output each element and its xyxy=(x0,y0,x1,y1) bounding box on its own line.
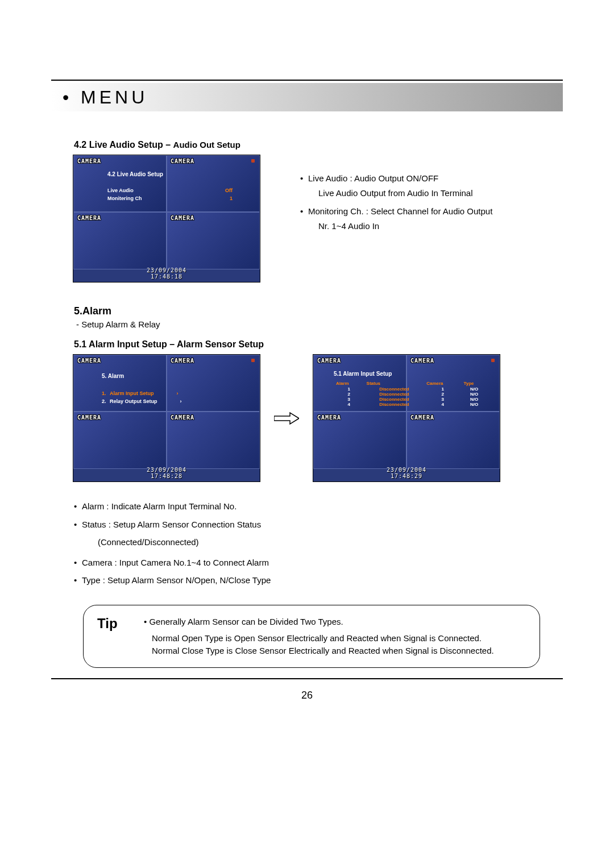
note-text: Nr. 1~4 Audio In xyxy=(318,219,492,233)
heading-4-2-main: 4.2 Live Audio Setup – xyxy=(74,140,173,149)
osd-row-value: 1 xyxy=(230,196,233,201)
note-text: Live Audio : Audio Output ON/OFF xyxy=(308,172,438,185)
heading-4-2-sub: Audio Out Setup xyxy=(173,140,240,149)
osd-row-label: Live Audio xyxy=(107,188,134,193)
osd-timestamp: 23/09/2004 17:48:18 xyxy=(73,267,260,280)
camera-label: CAMERA xyxy=(171,358,194,364)
ts-time: 17:48:18 xyxy=(73,273,260,280)
note-text: Monitoring Ch. : Select Channel for Audi… xyxy=(308,205,492,218)
camera-label: CAMERA xyxy=(77,215,101,221)
screenshot-alarm-menu: CAMERA CAMERA CAMERA CAMERA 5. Alarm 1. … xyxy=(73,354,260,482)
ts-time: 17:48:28 xyxy=(73,473,260,479)
osd-menu-alarm-input: 5.1 Alarm Input Setup Alarm Status Camer… xyxy=(334,371,487,407)
osd-title: 5.1 Alarm Input Setup xyxy=(334,371,487,377)
ts-date: 23/09/2004 xyxy=(73,267,260,273)
osd-timestamp: 23/09/2004 17:48:28 xyxy=(73,467,260,479)
camera-label: CAMERA xyxy=(171,158,194,164)
ts-date: 23/09/2004 xyxy=(73,467,260,473)
desc-text: Status : Setup Alarm Sensor Connection S… xyxy=(82,517,261,532)
camera-label: CAMERA xyxy=(410,414,434,421)
camera-label: CAMERA xyxy=(77,358,101,364)
table-row: 3 Disconnected 3 N/O xyxy=(334,397,487,402)
osd-table: Alarm Status Camera Type 1 Disconnected … xyxy=(334,380,487,407)
page-title-bar: • MENU xyxy=(51,83,563,111)
osd-timestamp: 23/09/2004 17:48:29 xyxy=(313,467,500,479)
desc-text: (Connected/Disconnected) xyxy=(98,535,563,550)
bottom-rule xyxy=(51,678,563,679)
osd-menu-live-audio: 4.2 Live Audio Setup Live Audio Off Moni… xyxy=(107,171,233,203)
col-header: Status xyxy=(364,380,425,387)
notes-4-2: •Live Audio : Audio Output ON/OFF Live A… xyxy=(300,172,492,233)
chevron-right-icon: › xyxy=(177,391,179,396)
desc-5-1: •Alarm : Indicate Alarm Input Terminal N… xyxy=(74,499,563,588)
camera-label: CAMERA xyxy=(171,414,194,421)
col-header: Type xyxy=(461,380,487,387)
osd-title: 5. Alarm xyxy=(102,373,238,379)
osd-item-text: Relay Output Setup xyxy=(110,398,157,404)
col-header: Alarm xyxy=(334,380,364,387)
tip-text: Normal Close Type is Close Sensor Electr… xyxy=(152,645,494,657)
subhead-5: - Setup Alarm & Relay xyxy=(76,319,563,329)
osd-title: 4.2 Live Audio Setup xyxy=(107,171,233,177)
camera-label: CAMERA xyxy=(171,215,194,221)
tip-label: Tip xyxy=(97,616,128,632)
osd-row-value: Off xyxy=(225,188,233,193)
table-row: 4 Disconnected 4 N/O xyxy=(334,402,487,407)
col-header: Camera xyxy=(424,380,461,387)
camera-label: CAMERA xyxy=(77,158,101,164)
tip-text: Normal Open Type is Open Sensor Electric… xyxy=(152,632,494,645)
heading-4-2: 4.2 Live Audio Setup – Audio Out Setup xyxy=(74,140,563,150)
camera-label: CAMERA xyxy=(77,414,101,421)
ts-date: 23/09/2004 xyxy=(313,467,500,473)
desc-text: Type : Setup Alarm Sensor N/Open, N/Clos… xyxy=(82,573,271,588)
osd-row-label: Monitering Ch xyxy=(107,196,142,201)
screenshot-alarm-input: CAMERA CAMERA CAMERA CAMERA 5.1 Alarm In… xyxy=(313,354,500,482)
arrow-right-icon xyxy=(274,410,299,427)
osd-item-text: Alarm Input Setup xyxy=(110,391,154,396)
ts-time: 17:48:29 xyxy=(313,473,500,479)
rec-icon xyxy=(251,159,255,163)
heading-5: 5.Alarm xyxy=(74,305,563,317)
rec-icon xyxy=(251,359,255,362)
camera-label: CAMERA xyxy=(317,358,341,364)
tip-text: Generally Alarm Sensor can be Divided Tw… xyxy=(149,617,343,626)
top-rule xyxy=(51,80,563,81)
note-text: Live Audio Output from Audio In Terminal xyxy=(318,186,492,200)
osd-item-num: 2. xyxy=(102,398,110,404)
screenshot-live-audio: CAMERA CAMERA CAMERA CAMERA 4.2 Live Aud… xyxy=(73,155,260,283)
page-title: • MENU xyxy=(63,87,148,108)
camera-label: CAMERA xyxy=(317,414,341,421)
desc-text: Alarm : Indicate Alarm Input Terminal No… xyxy=(82,499,237,514)
camera-label: CAMERA xyxy=(410,358,434,364)
page-number: 26 xyxy=(51,690,563,701)
desc-text: Camera : Input Camera No.1~4 to Connect … xyxy=(82,555,269,570)
osd-menu-alarm: 5. Alarm 1. Alarm Input Setup › 2. Relay… xyxy=(102,373,238,406)
table-row: 1 Disconnected 1 N/O xyxy=(334,387,487,392)
rec-icon xyxy=(491,359,495,362)
heading-5-1: 5.1 Alarm Input Setup – Alarm Sensor Set… xyxy=(74,339,563,350)
table-row: 2 Disconnected 2 N/O xyxy=(334,392,487,397)
osd-item-num: 1. xyxy=(102,391,110,396)
tip-box: Tip • Generally Alarm Sensor can be Divi… xyxy=(83,605,540,668)
chevron-right-icon: › xyxy=(180,398,182,404)
